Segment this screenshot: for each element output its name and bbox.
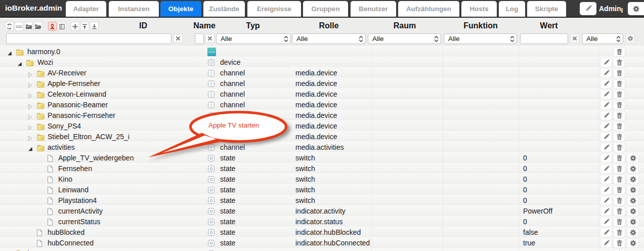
svg-text:harmony: harmony [208,51,215,53]
